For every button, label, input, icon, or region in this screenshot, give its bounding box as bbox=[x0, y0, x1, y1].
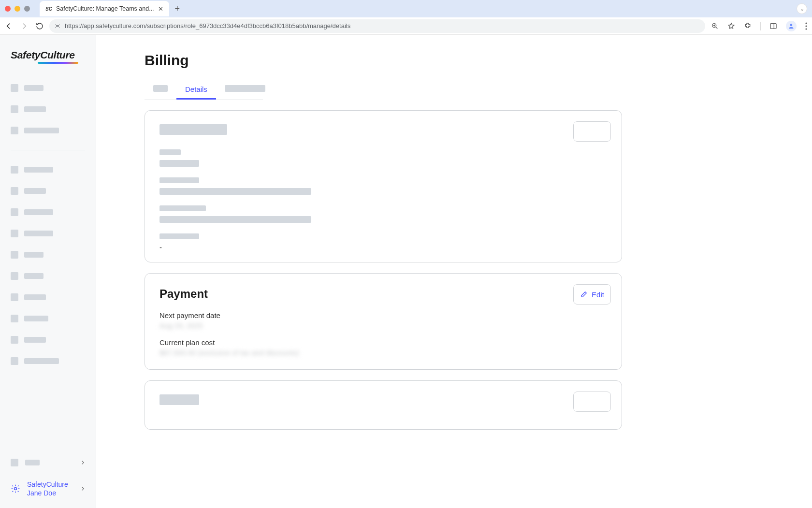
skeleton-heading bbox=[160, 124, 227, 135]
side-panel-icon[interactable] bbox=[769, 22, 777, 30]
window-zoom-dot[interactable] bbox=[24, 6, 30, 12]
brand-logo[interactable]: SafetyCulture bbox=[11, 49, 75, 61]
sidebar-label-placeholder bbox=[25, 460, 40, 465]
pencil-icon bbox=[580, 290, 588, 298]
edit-button-label: Edit bbox=[592, 290, 604, 299]
skeleton-label bbox=[160, 177, 199, 183]
card-action-button[interactable] bbox=[573, 121, 611, 142]
plan-cost-label: Current plan cost bbox=[160, 338, 607, 347]
tab-title: SafetyCulture: Manage Teams and... bbox=[56, 5, 154, 12]
nav-skeleton-item bbox=[11, 230, 85, 237]
skeleton-value bbox=[160, 188, 311, 195]
brand-underline bbox=[38, 62, 78, 64]
nav-skeleton-item bbox=[11, 84, 85, 92]
nav-skeleton-item bbox=[11, 251, 85, 259]
kebab-menu-icon[interactable] bbox=[805, 22, 807, 30]
tab-skeleton[interactable] bbox=[216, 85, 274, 99]
payment-card: Edit Payment Next payment date Aug 29, 2… bbox=[145, 273, 622, 370]
billing-extra-card bbox=[145, 380, 622, 430]
skeleton-value bbox=[160, 160, 199, 167]
window-minimize-dot[interactable] bbox=[14, 6, 20, 12]
next-payment-value: Aug 29, 2025 bbox=[160, 321, 607, 330]
sidebar-icon-placeholder bbox=[11, 459, 18, 466]
skeleton-heading bbox=[160, 394, 199, 405]
nav-forward-icon[interactable] bbox=[20, 22, 28, 30]
svg-point-2 bbox=[790, 24, 793, 26]
address-bar[interactable]: https://app.safetyculture.com/subscripti… bbox=[49, 19, 705, 33]
svg-point-4 bbox=[805, 25, 807, 27]
sidebar-collapsed-item[interactable] bbox=[0, 452, 96, 473]
empty-value-dash: - bbox=[160, 243, 607, 251]
billing-tabs: Details bbox=[145, 85, 263, 100]
url-text: https://app.safetyculture.com/subscripti… bbox=[65, 22, 350, 29]
nav-back-icon[interactable] bbox=[5, 22, 13, 30]
page-title: Billing bbox=[145, 52, 622, 69]
nav-skeleton-item bbox=[11, 293, 85, 301]
org-name: SafetyCulture bbox=[27, 480, 68, 489]
extensions-icon[interactable] bbox=[744, 22, 752, 30]
billing-details-card: - bbox=[145, 110, 622, 262]
tab-close-icon[interactable]: ✕ bbox=[158, 5, 163, 13]
nav-skeleton-item bbox=[11, 105, 85, 113]
nav-skeleton-item bbox=[11, 127, 85, 134]
svg-point-3 bbox=[805, 22, 807, 24]
gear-icon bbox=[11, 484, 20, 493]
reload-icon[interactable] bbox=[36, 22, 44, 30]
tab-skeleton[interactable] bbox=[145, 85, 176, 99]
tabs-dropdown-icon[interactable]: ⌄ bbox=[797, 3, 807, 14]
zoom-icon[interactable] bbox=[711, 22, 719, 30]
sidebar: SafetyCulture bbox=[0, 35, 96, 508]
nav-skeleton-item bbox=[11, 315, 85, 322]
nav-skeleton-item bbox=[11, 336, 85, 344]
skeleton-label bbox=[160, 205, 206, 211]
svg-rect-1 bbox=[770, 23, 776, 29]
skeleton-value bbox=[160, 216, 311, 223]
next-payment-label: Next payment date bbox=[160, 311, 607, 319]
new-tab-button[interactable]: + bbox=[175, 4, 180, 14]
bookmark-icon[interactable] bbox=[727, 22, 735, 30]
sidebar-org-switcher[interactable]: SafetyCulture Jane Doe bbox=[0, 473, 96, 508]
edit-payment-button[interactable]: Edit bbox=[573, 284, 611, 305]
skeleton-label bbox=[160, 233, 199, 239]
nav-skeleton-item bbox=[11, 272, 85, 280]
chevron-right-icon bbox=[80, 459, 85, 466]
toolbar-divider bbox=[760, 22, 761, 30]
nav-skeleton-item bbox=[11, 357, 85, 365]
nav-separator bbox=[11, 150, 85, 150]
chevron-right-icon bbox=[80, 485, 85, 492]
site-settings-icon[interactable] bbox=[54, 23, 61, 29]
payment-heading: Payment bbox=[160, 287, 607, 301]
org-user: Jane Doe bbox=[27, 489, 68, 497]
browser-tab[interactable]: SC SafetyCulture: Manage Teams and... ✕ bbox=[40, 1, 169, 16]
tab-details[interactable]: Details bbox=[176, 85, 216, 100]
profile-avatar-icon[interactable] bbox=[786, 21, 797, 31]
nav-skeleton-item bbox=[11, 187, 85, 195]
nav-skeleton-item bbox=[11, 208, 85, 216]
plan-cost-value: $87,500.00 (exclusive of tax and discoun… bbox=[160, 348, 607, 357]
favicon-icon: SC bbox=[45, 6, 52, 12]
svg-point-6 bbox=[14, 487, 17, 490]
nav-skeleton-item bbox=[11, 166, 85, 174]
window-close-dot[interactable] bbox=[5, 6, 11, 12]
svg-point-5 bbox=[805, 28, 807, 29]
skeleton-label bbox=[160, 149, 181, 155]
card-action-button[interactable] bbox=[573, 392, 611, 412]
